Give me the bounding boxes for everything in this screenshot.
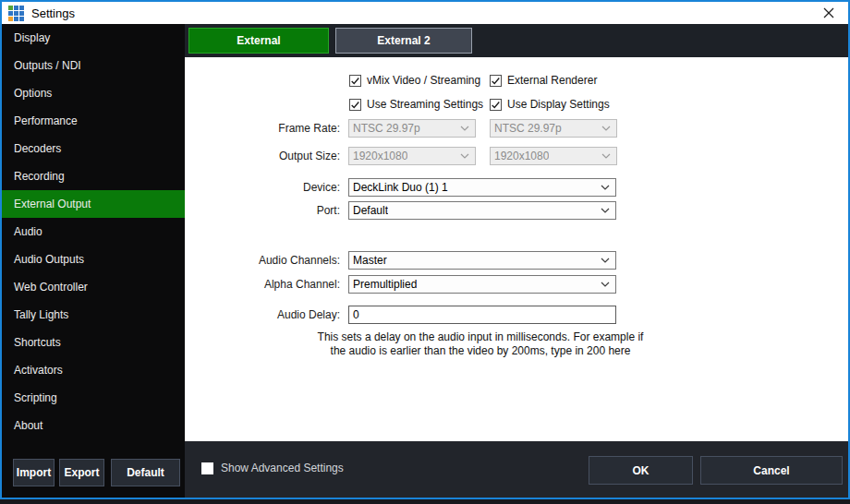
checkbox-label: vMix Video / Streaming (367, 74, 480, 87)
select-value: DeckLink Duo (1) 1 (353, 181, 448, 194)
checkbox-unchecked-icon (201, 462, 213, 474)
checkbox-checked-icon (349, 75, 361, 87)
device-label: Device: (185, 178, 340, 197)
select-value: NTSC 29.97p (353, 122, 420, 135)
chevron-down-icon (601, 282, 610, 287)
sidebar-item-recording[interactable]: Recording (2, 162, 185, 190)
settings-window: Settings Display Outputs / NDI Options P… (0, 0, 850, 499)
select-value: 1920x1080 (494, 150, 549, 162)
main-area: Display Outputs / NDI Options Performanc… (2, 24, 848, 498)
sidebar-item-web-controller[interactable]: Web Controller (2, 273, 185, 301)
default-button[interactable]: Default (111, 459, 180, 486)
sidebar-item-decoders[interactable]: Decoders (2, 135, 185, 162)
use-display-settings-checkbox[interactable]: Use Display Settings (490, 98, 610, 111)
audio-channels-label: Audio Channels: (185, 251, 340, 270)
audio-delay-input[interactable] (348, 306, 616, 324)
select-value: NTSC 29.97p (494, 122, 562, 135)
select-value: Default (353, 204, 388, 217)
chevron-down-icon (601, 126, 611, 131)
sidebar-item-activators[interactable]: Activators (2, 356, 185, 384)
port-label: Port: (185, 201, 340, 220)
device-select[interactable]: DeckLink Duo (1) 1 (348, 178, 616, 197)
footer-bar: Show Advanced Settings OK Cancel (185, 441, 848, 498)
chevron-down-icon (601, 153, 611, 159)
audio-delay-help-text: This sets a delay on the audio input in … (310, 330, 650, 358)
window-title: Settings (31, 6, 75, 20)
checkbox-checked-icon (349, 99, 361, 111)
screen: Settings Display Outputs / NDI Options P… (0, 0, 850, 504)
ok-button[interactable]: OK (589, 456, 693, 485)
checkbox-label: Show Advanced Settings (221, 462, 344, 474)
chevron-down-icon (460, 126, 469, 131)
tab-external[interactable]: External (188, 28, 329, 54)
alpha-channel-label: Alpha Channel: (185, 275, 340, 294)
sidebar: Display Outputs / NDI Options Performanc… (2, 24, 185, 498)
sidebar-item-audio-outputs[interactable]: Audio Outputs (2, 246, 185, 273)
right-panel: External External 2 vMix Video / Streami… (185, 24, 848, 498)
audio-channels-select[interactable]: Master (348, 251, 616, 270)
use-streaming-settings-checkbox[interactable]: Use Streaming Settings (349, 98, 483, 111)
show-advanced-settings-checkbox[interactable]: Show Advanced Settings (201, 462, 344, 474)
sidebar-item-options[interactable]: Options (2, 79, 185, 107)
chevron-down-icon (460, 153, 469, 159)
frame-rate-select-1: NTSC 29.97p (348, 119, 476, 138)
import-button[interactable]: Import (13, 459, 55, 486)
output-size-label: Output Size: (185, 147, 340, 165)
sidebar-item-audio[interactable]: Audio (2, 218, 185, 246)
external-renderer-checkbox[interactable]: External Renderer (490, 74, 597, 87)
select-value: Master (353, 254, 387, 267)
chevron-down-icon (601, 258, 610, 263)
select-value: 1920x1080 (353, 150, 407, 162)
cancel-button[interactable]: Cancel (700, 456, 843, 485)
checkbox-checked-icon (490, 99, 502, 111)
frame-rate-label: Frame Rate: (185, 119, 340, 138)
sidebar-item-shortcuts[interactable]: Shortcuts (2, 329, 185, 356)
external-output-panel: vMix Video / Streaming External Renderer… (185, 57, 848, 441)
vmix-video-streaming-checkbox[interactable]: vMix Video / Streaming (349, 74, 480, 87)
chevron-down-icon (601, 185, 610, 190)
select-value: Premultiplied (353, 278, 417, 291)
chevron-down-icon (601, 208, 610, 213)
checkbox-label: Use Display Settings (507, 98, 610, 111)
sidebar-item-external-output[interactable]: External Output (2, 190, 185, 218)
sidebar-item-outputs-ndi[interactable]: Outputs / NDI (2, 52, 185, 79)
close-icon[interactable] (815, 2, 843, 24)
sidebar-item-display[interactable]: Display (2, 24, 185, 52)
sidebar-item-about[interactable]: About (2, 412, 185, 439)
checkbox-label: External Renderer (507, 74, 597, 87)
tab-external-2[interactable]: External 2 (335, 28, 472, 54)
alpha-channel-select[interactable]: Premultiplied (348, 275, 616, 294)
checkbox-label: Use Streaming Settings (367, 98, 483, 111)
tab-bar: External External 2 (185, 24, 848, 57)
audio-delay-label: Audio Delay: (185, 306, 340, 324)
titlebar: Settings (2, 2, 848, 24)
frame-rate-select-2: NTSC 29.97p (490, 119, 617, 138)
sidebar-item-tally-lights[interactable]: Tally Lights (2, 301, 185, 329)
checkbox-checked-icon (490, 75, 502, 87)
output-size-select-1: 1920x1080 (348, 147, 476, 165)
sidebar-item-scripting[interactable]: Scripting (2, 384, 185, 412)
port-select[interactable]: Default (348, 201, 616, 220)
export-button[interactable]: Export (59, 459, 104, 486)
output-size-select-2: 1920x1080 (490, 147, 617, 165)
sidebar-item-performance[interactable]: Performance (2, 107, 185, 135)
vmix-logo-icon (8, 6, 24, 21)
